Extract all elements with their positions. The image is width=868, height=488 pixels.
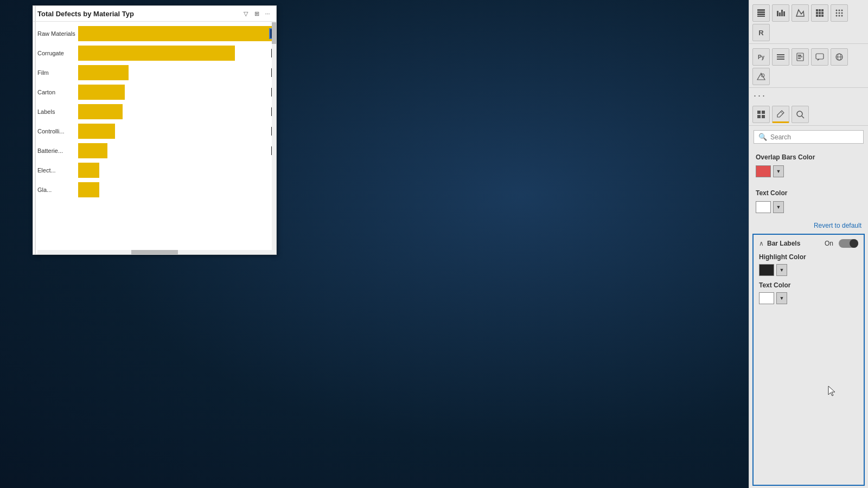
resize-icon[interactable]: ⊞ [252, 9, 261, 18]
panel-icons-row1: R [749, 0, 868, 44]
text-color-bar-labels-label: Text Color [759, 281, 858, 289]
svg-rect-13 [819, 12, 821, 14]
py-icon[interactable]: Py [752, 48, 770, 66]
table-row: Controlli... 144,190,118 [37, 123, 272, 140]
svg-rect-33 [798, 58, 801, 59]
bar-labels-section: ∧ Bar Labels On Highlight Color ▼ Text C… [752, 234, 865, 486]
highlight-color-row: ▼ [759, 264, 858, 276]
svg-rect-7 [783, 11, 785, 16]
svg-point-24 [836, 15, 838, 17]
globe-icon[interactable] [831, 48, 848, 66]
bar-label-glass: Gla... [37, 187, 78, 193]
chart-body: Raw Materials 770,580,317 Corrugate 624,… [33, 22, 276, 204]
shapes-icon[interactable] [752, 68, 770, 85]
chart-scrollbar-horizontal[interactable] [37, 250, 272, 254]
svg-point-25 [839, 15, 840, 17]
svg-point-46 [797, 111, 802, 117]
svg-point-26 [841, 15, 843, 17]
svg-rect-11 [821, 9, 824, 11]
bar-labels-toggle[interactable] [839, 239, 858, 248]
svg-rect-17 [821, 15, 824, 17]
r-letter-icon[interactable]: R [752, 24, 770, 41]
text-color-top-title: Text Color [756, 189, 861, 197]
table-row: Gla... 81,694,271 [37, 181, 272, 198]
bar-label-labels: Labels [37, 108, 78, 115]
grid-small-icon[interactable] [752, 106, 770, 123]
bar-labels-toggle-thumb [850, 239, 858, 248]
overlap-bars-color-dropdown[interactable]: ▼ [773, 165, 784, 177]
svg-rect-28 [777, 56, 784, 57]
chart-window: Total Defects by Material Typ ▽ ⊞ ··· Ra… [33, 5, 277, 255]
chat-icon[interactable] [811, 48, 828, 66]
table-row: Raw Materials 770,580,317 [37, 25, 272, 42]
bar-label-electronics: Elect... [37, 167, 78, 174]
svg-rect-9 [816, 9, 818, 11]
chart-titlebar: Total Defects by Material Typ ▽ ⊞ ··· [33, 6, 276, 22]
svg-point-20 [841, 10, 843, 11]
brush-icon[interactable] [772, 106, 789, 123]
svg-rect-16 [819, 15, 821, 17]
bar-fill-batteries [78, 143, 107, 158]
filter-icon[interactable]: ▽ [241, 9, 250, 18]
svg-rect-42 [762, 111, 765, 114]
bar-track-raw-materials: 770,580,317 [78, 26, 272, 41]
highlight-color-swatch[interactable] [759, 264, 774, 276]
search-box[interactable]: 🔍 [754, 130, 864, 144]
svg-rect-6 [781, 10, 783, 16]
map-icon[interactable] [792, 4, 809, 22]
chart-scrollbar-thumb[interactable] [272, 22, 276, 44]
svg-point-19 [839, 10, 840, 11]
chart-scrollbar-vertical[interactable] [272, 22, 276, 254]
panel-icons-row3 [749, 104, 868, 126]
overlap-bars-color-row: ▼ [756, 165, 861, 177]
grid3x3-icon[interactable] [811, 4, 828, 22]
chart-left-resize[interactable] [35, 6, 36, 254]
svg-rect-34 [816, 54, 824, 59]
text-color-top-dropdown[interactable]: ▼ [773, 201, 784, 213]
panel-more-dots[interactable]: ··· [749, 88, 868, 104]
search-icon: 🔍 [758, 133, 767, 141]
svg-rect-3 [757, 16, 765, 17]
bar-label-carton: Carton [37, 89, 78, 95]
svg-rect-32 [798, 56, 802, 57]
svg-point-22 [839, 12, 840, 14]
svg-rect-2 [757, 14, 765, 15]
svg-rect-4 [777, 11, 778, 16]
chart-scrollbar-horizontal-thumb[interactable] [131, 250, 178, 254]
revert-to-default-button[interactable]: Revert to default [749, 220, 868, 232]
bar-label-controlling: Controlli... [37, 128, 78, 134]
text-color-top-swatch[interactable] [756, 201, 771, 213]
bar-fill-glass [78, 182, 99, 197]
collapse-arrow-icon[interactable]: ∧ [759, 240, 764, 247]
chart-bar-icon[interactable] [772, 4, 789, 22]
text-color-bar-labels-swatch[interactable] [759, 292, 774, 304]
svg-point-18 [836, 10, 838, 11]
text-color-bar-labels-dropdown[interactable]: ▼ [776, 292, 787, 304]
svg-rect-41 [757, 111, 761, 114]
bar-fill-controlling [78, 124, 115, 139]
table-icon[interactable] [752, 4, 770, 22]
text-color-bar-labels-row: ▼ [759, 292, 858, 304]
overlap-bars-color-swatch[interactable] [756, 165, 771, 177]
bar-track-batteries: 116,991,949 [78, 143, 272, 158]
chart-title: Total Defects by Material Typ [37, 10, 238, 18]
bar-label-film: Film [37, 69, 78, 76]
highlight-color-dropdown[interactable]: ▼ [776, 264, 787, 276]
list-icon[interactable] [772, 48, 789, 66]
svg-rect-29 [777, 59, 784, 60]
text-color-top-section: Text Color ▼ [749, 184, 868, 220]
svg-rect-43 [757, 115, 761, 118]
bar-labels-title: Bar Labels [767, 240, 821, 247]
more-icon[interactable]: ··· [263, 9, 272, 18]
bar-label-raw-materials: Raw Materials [37, 30, 78, 37]
bar-track-electronics: 85,454,927 [78, 163, 272, 178]
grid-dots-icon[interactable] [831, 4, 848, 22]
powerpoint-icon[interactable] [792, 48, 809, 66]
right-panel: R Py ··· 🔍 [749, 0, 868, 488]
svg-line-47 [802, 116, 804, 118]
search-input[interactable] [770, 133, 859, 141]
bar-fill-corrugate [78, 46, 235, 61]
svg-rect-12 [816, 12, 818, 14]
svg-rect-10 [819, 9, 821, 11]
magnify-icon[interactable] [792, 106, 809, 123]
